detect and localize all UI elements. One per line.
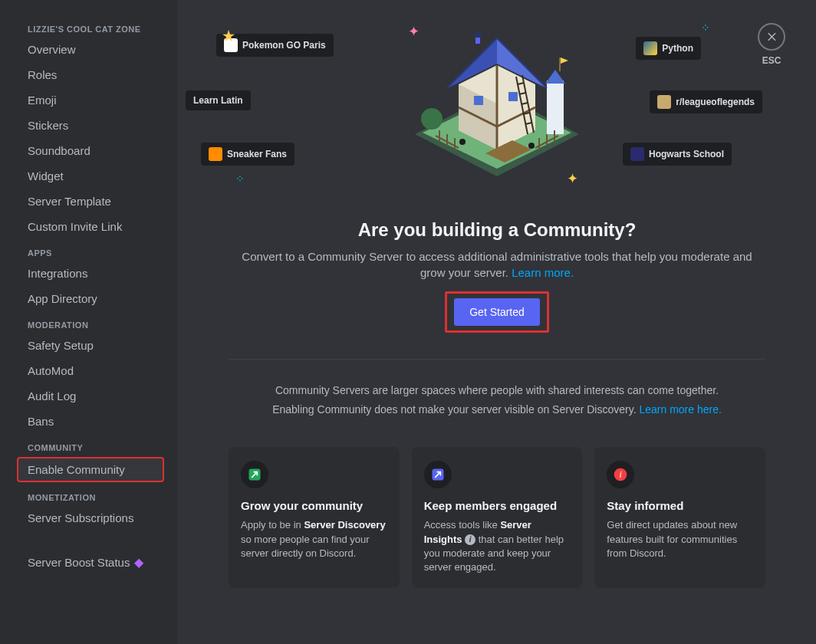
divider [229,359,765,360]
community-chip-pokemon: Pokemon GO Paris ★ [216,34,334,57]
informed-icon: i [607,461,634,488]
page-title: Are you building a Community? [193,219,801,241]
card-title: Stay informed [607,499,753,512]
card-title: Keep members engaged [424,499,571,512]
svg-point-32 [421,108,443,130]
sidebar-item-automod[interactable]: AutoMod [6,358,178,383]
main-content: ESC Pokemon GO Paris ★ Learn Latin Sneak… [178,0,816,644]
learn-more-link[interactable]: Learn more. [512,266,574,279]
cta-highlight-frame: Get Started [445,291,549,333]
sidebar-item-soundboard[interactable]: Soundboard [6,138,178,163]
community-chip-latin: Learn Latin [186,90,251,110]
sidebar-item-widget[interactable]: Widget [6,163,178,189]
info-block: Community Servers are larger spaces wher… [193,381,801,419]
page-subtext: Convert to a Community Server to access … [236,248,758,281]
sidebar-item-app-directory[interactable]: App Directory [6,286,178,311]
svg-point-35 [459,139,466,145]
community-chip-lol: r/leagueoflegends [650,90,762,113]
card-body: Get direct updates about new features bu… [607,518,753,560]
svg-rect-15 [474,96,483,105]
grow-icon [241,461,268,488]
sidebar-item-enable-community[interactable]: Enable Community [17,457,164,482]
sidebar-item-roles[interactable]: Roles [6,62,178,87]
sidebar-section-server: LIZZIE'S COOL CAT ZONE [6,15,178,37]
sidebar-section-community: COMMUNITY [6,434,178,455]
hero-illustration-area: Pokemon GO Paris ★ Learn Latin Sneaker F… [193,0,801,199]
sidebar-item-safety-setup[interactable]: Safety Setup [6,333,178,358]
card-body: Apply to be in Server Discovery so more … [241,518,387,560]
sidebar-item-integrations[interactable]: Integrations [6,261,178,286]
svg-text:i: i [620,471,622,481]
sidebar-section-moderation: MODERATION [6,311,178,333]
svg-rect-34 [475,38,480,44]
sidebar-section-apps: APPS [6,239,178,261]
sparkle-icon: ⁘ [235,172,245,185]
community-chip-hogwarts: Hogwarts School [623,143,732,166]
python-icon [643,41,657,55]
community-chip-sneaker: Sneaker Fans [201,143,294,166]
card-engage: Keep members engaged Access tools like S… [412,447,583,588]
sidebar-item-audit-log[interactable]: Audit Log [6,383,178,409]
settings-sidebar: LIZZIE'S COOL CAT ZONE Overview Roles Em… [0,0,178,644]
boost-gem-icon: ◆ [134,555,143,570]
sidebar-item-bans[interactable]: Bans [6,409,178,434]
star-icon: ★ [222,28,235,44]
sidebar-section-monetization: MONETIZATION [6,484,178,505]
svg-rect-2 [547,80,564,134]
card-title: Grow your community [241,499,387,512]
engage-icon [424,461,452,488]
svg-rect-4 [559,58,561,71]
card-body: Access tools like Server Insights i that… [424,518,571,574]
svg-rect-16 [508,92,518,101]
hogwarts-icon [630,147,644,161]
card-informed: i Stay informed Get direct updates about… [594,447,765,588]
sparkle-icon: ⁘ [701,21,710,34]
sidebar-item-custom-invite[interactable]: Custom Invite Link [6,214,178,239]
svg-marker-5 [561,58,568,64]
svg-point-33 [474,31,482,38]
sidebar-item-server-template[interactable]: Server Template [6,189,178,214]
house-illustration [401,4,593,184]
sidebar-item-overview[interactable]: Overview [6,37,178,62]
svg-marker-3 [545,70,565,84]
sidebar-item-emoji[interactable]: Emoji [6,87,178,113]
sidebar-item-server-boost[interactable]: Server Boost Status ◆ [6,549,178,576]
get-started-button[interactable]: Get Started [454,298,540,326]
feature-cards: Grow your community Apply to be in Serve… [229,447,765,588]
lol-icon [657,95,671,109]
sidebar-item-stickers[interactable]: Stickers [6,113,178,138]
sidebar-item-label: Server Boost Status [28,556,130,569]
sneaker-icon [209,147,222,161]
card-grow: Grow your community Apply to be in Serve… [229,447,400,588]
learn-more-here-link[interactable]: Learn more here. [639,403,721,416]
svg-point-37 [528,143,535,149]
info-icon: i [465,534,475,545]
community-chip-python: Python [636,37,701,60]
sidebar-item-server-subscriptions[interactable]: Server Subscriptions [6,505,178,531]
